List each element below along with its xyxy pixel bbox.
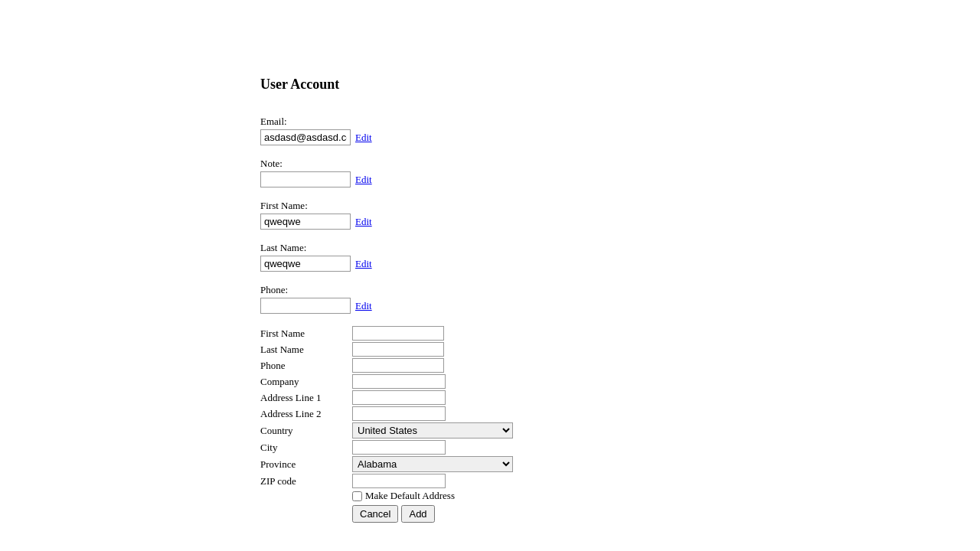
first-name-label: First Name: xyxy=(260,200,720,212)
first-name-group: First Name: Edit xyxy=(260,200,720,230)
make-default-label: Make Default Address xyxy=(365,490,455,502)
phone-edit-link[interactable]: Edit xyxy=(355,300,372,312)
last-name-label: Last Name: xyxy=(260,242,720,254)
addr-zip-label: ZIP code xyxy=(260,475,352,487)
phone-group: Phone: Edit xyxy=(260,284,720,314)
addr-line1-input[interactable] xyxy=(352,390,446,405)
addr-last-name-label: Last Name xyxy=(260,344,352,356)
addr-company-label: Company xyxy=(260,376,352,388)
form-buttons: Cancel Add xyxy=(352,505,720,523)
addr-line1-row: Address Line 1 xyxy=(260,390,720,405)
last-name-row: Edit xyxy=(260,256,720,272)
addr-city-input[interactable] xyxy=(352,440,446,455)
email-row: Edit xyxy=(260,129,720,145)
phone-input[interactable] xyxy=(260,298,351,314)
addr-zip-input[interactable] xyxy=(352,474,446,488)
addr-zip-row: ZIP code xyxy=(260,474,720,488)
addr-province-label: Province xyxy=(260,458,352,471)
addr-line1-label: Address Line 1 xyxy=(260,392,352,404)
addr-first-name-row: First Name xyxy=(260,326,720,341)
note-input[interactable] xyxy=(260,171,351,187)
addr-first-name-input[interactable] xyxy=(352,326,444,341)
addr-company-input[interactable] xyxy=(352,374,446,389)
phone-label: Phone: xyxy=(260,284,720,296)
page-container: User Account Email: Edit Note: Edit Firs… xyxy=(245,0,735,551)
note-label: Note: xyxy=(260,158,720,170)
addr-country-select[interactable]: United States xyxy=(352,422,513,439)
last-name-group: Last Name: Edit xyxy=(260,242,720,272)
email-edit-link[interactable]: Edit xyxy=(355,132,372,144)
addr-first-name-label: First Name xyxy=(260,328,352,340)
first-name-edit-link[interactable]: Edit xyxy=(355,216,372,228)
note-row: Edit xyxy=(260,171,720,187)
first-name-row: Edit xyxy=(260,214,720,230)
address-form-section: First Name Last Name Phone Company Addre… xyxy=(260,326,720,523)
addr-country-label: Country xyxy=(260,425,352,437)
addr-phone-row: Phone xyxy=(260,358,720,373)
addr-province-row: Province AlabamaAlaskaArizonaArkansasCal… xyxy=(260,456,720,472)
addr-line2-input[interactable] xyxy=(352,406,446,421)
addr-last-name-input[interactable] xyxy=(352,342,444,357)
addr-province-select[interactable]: AlabamaAlaskaArizonaArkansasCaliforniaCo… xyxy=(352,456,513,472)
email-label: Email: xyxy=(260,116,720,128)
email-input[interactable] xyxy=(260,129,351,145)
make-default-row: Make Default Address xyxy=(352,490,720,502)
addr-phone-label: Phone xyxy=(260,360,352,372)
addr-last-name-row: Last Name xyxy=(260,342,720,357)
make-default-checkbox[interactable] xyxy=(352,491,362,501)
last-name-edit-link[interactable]: Edit xyxy=(355,258,372,270)
last-name-input[interactable] xyxy=(260,256,351,272)
cancel-button[interactable]: Cancel xyxy=(352,505,398,523)
addr-phone-input[interactable] xyxy=(352,358,444,373)
addr-company-row: Company xyxy=(260,374,720,389)
first-name-input[interactable] xyxy=(260,214,351,230)
note-group: Note: Edit xyxy=(260,158,720,187)
note-edit-link[interactable]: Edit xyxy=(355,174,372,186)
add-button[interactable]: Add xyxy=(401,505,434,523)
page-title: User Account xyxy=(260,77,720,93)
addr-line2-label: Address Line 2 xyxy=(260,408,352,420)
addr-country-row: Country United States xyxy=(260,422,720,439)
email-group: Email: Edit xyxy=(260,116,720,145)
addr-line2-row: Address Line 2 xyxy=(260,406,720,421)
addr-city-row: City xyxy=(260,440,720,455)
phone-row: Edit xyxy=(260,298,720,314)
addr-city-label: City xyxy=(260,442,352,454)
